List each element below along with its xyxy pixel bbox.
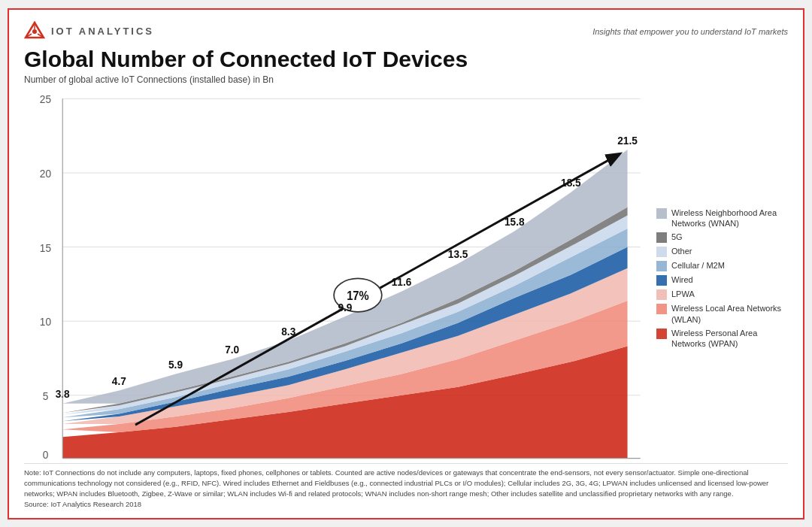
- svg-text:4.7: 4.7: [112, 374, 126, 387]
- svg-text:11.6: 11.6: [392, 275, 412, 288]
- chart-area: 25 20 15 10 5 0: [24, 89, 788, 460]
- page-title: Global Number of Connected IoT Devices: [24, 47, 788, 71]
- legend-label: Wired: [671, 274, 693, 285]
- svg-text:25: 25: [40, 92, 51, 105]
- legend-item: Wireless Local Area Networks (WLAN): [656, 303, 788, 325]
- main-card: IOT ANALYTICS Insights that empower you …: [8, 8, 804, 519]
- legend-color-box: [656, 232, 667, 243]
- legend-label: Wireless Personal Area Networks (WPAN): [671, 328, 788, 350]
- footnote: Note: IoT Connections do not include any…: [24, 463, 788, 510]
- chart-container: 25 20 15 10 5 0: [24, 89, 649, 460]
- legend-label: 5G: [671, 232, 683, 242]
- legend-label: Wireless Neighborhood Area Networks (WNA…: [671, 207, 788, 229]
- legend-item: LPWA: [656, 289, 788, 300]
- chart-legend: Wireless Neighborhood Area Networks (WNA…: [656, 89, 788, 460]
- svg-text:5.9: 5.9: [168, 358, 183, 371]
- logo: IOT ANALYTICS: [24, 21, 154, 42]
- area-chart: 25 20 15 10 5 0: [24, 89, 649, 460]
- svg-text:20: 20: [40, 167, 51, 180]
- svg-point-1: [32, 29, 37, 34]
- header: IOT ANALYTICS Insights that empower you …: [24, 21, 788, 42]
- legend-item: Wireless Personal Area Networks (WPAN): [656, 328, 788, 350]
- legend-color-box: [656, 329, 667, 339]
- svg-text:0: 0: [43, 448, 49, 460]
- svg-text:18.5: 18.5: [561, 176, 581, 189]
- svg-text:15: 15: [40, 241, 51, 254]
- footnote-note: Note: IoT Connections do not include any…: [24, 468, 768, 498]
- svg-text:13.5: 13.5: [448, 247, 468, 260]
- legend-color-box: [656, 275, 667, 286]
- svg-text:7.0: 7.0: [225, 343, 239, 356]
- legend-item: Wireless Neighborhood Area Networks (WNA…: [656, 207, 788, 229]
- legend-label: LPWA: [671, 289, 695, 299]
- logo-text: IOT ANALYTICS: [51, 26, 154, 37]
- legend-item: Other: [656, 246, 788, 257]
- legend-color-box: [656, 247, 667, 257]
- svg-text:15.8: 15.8: [504, 215, 525, 228]
- svg-text:9.9: 9.9: [338, 301, 352, 313]
- legend-label: Other: [671, 246, 692, 256]
- legend-color-box: [656, 304, 667, 314]
- legend-item: 5G: [656, 232, 788, 243]
- chart-subtitle: Number of global active IoT Connections …: [24, 74, 788, 85]
- legend-label: Cellular / M2M: [671, 260, 725, 271]
- legend-color-box: [656, 261, 667, 271]
- svg-text:21.5: 21.5: [617, 134, 638, 147]
- logo-icon: [24, 21, 45, 42]
- svg-text:5: 5: [43, 389, 49, 402]
- svg-text:10: 10: [40, 315, 51, 328]
- svg-text:8.3: 8.3: [281, 325, 295, 338]
- legend-color-box: [656, 208, 667, 219]
- legend-color-box: [656, 289, 667, 300]
- tagline: Insights that empower you to understand …: [592, 27, 788, 36]
- legend-item: Cellular / M2M: [656, 260, 788, 271]
- legend-item: Wired: [656, 274, 788, 286]
- footnote-source: Source: IoT Analytics Research 2018: [24, 500, 141, 508]
- legend-label: Wireless Local Area Networks (WLAN): [671, 303, 788, 325]
